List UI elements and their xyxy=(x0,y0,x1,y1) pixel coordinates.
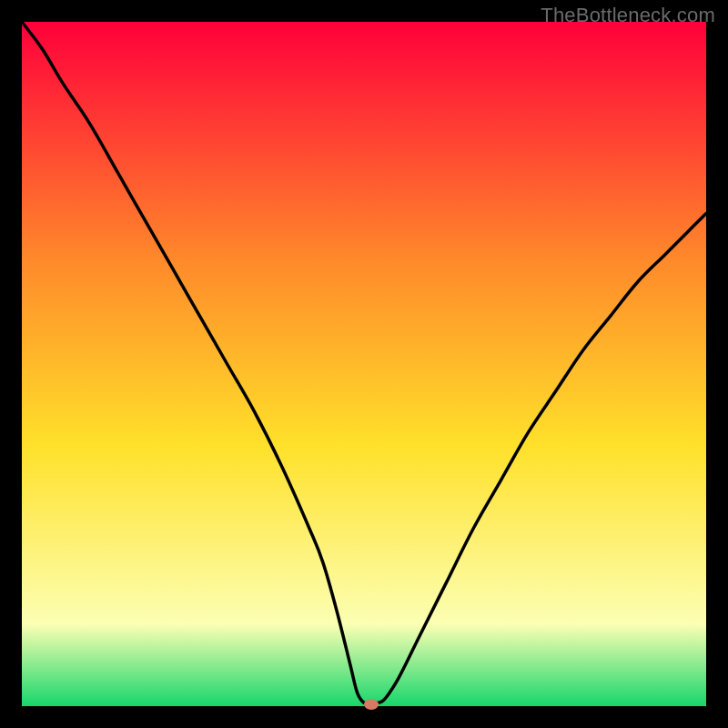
gradient-background xyxy=(22,22,706,706)
chart-container: TheBottleneck.com xyxy=(0,0,728,728)
optimum-marker xyxy=(364,699,379,710)
chart-svg xyxy=(22,22,706,706)
watermark-text: TheBottleneck.com xyxy=(541,4,715,27)
plot-area xyxy=(22,22,706,706)
